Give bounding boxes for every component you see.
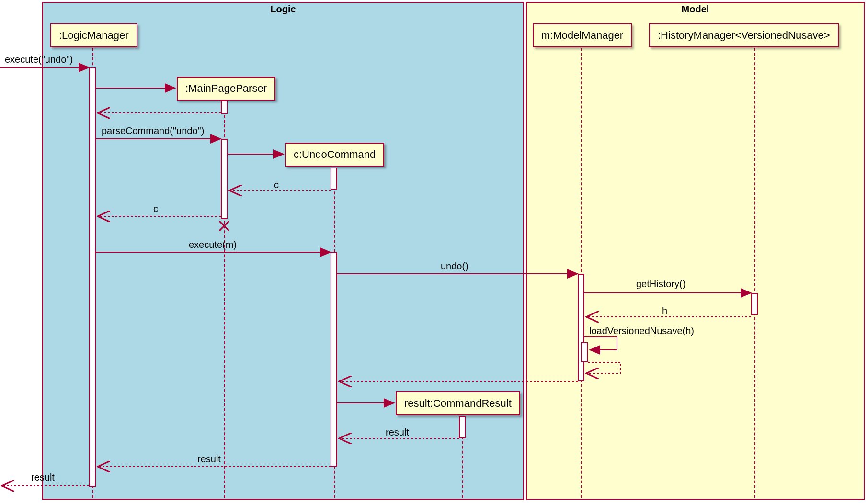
msg-undo: undo(): [441, 261, 468, 272]
activation-mainpageparser-1: [221, 101, 228, 114]
destroy-icon: [217, 219, 231, 233]
msg-load-versioned: loadVersionedNusave(h): [589, 325, 694, 336]
msg-result-2: result: [197, 454, 221, 465]
participant-commandresult: result:CommandResult: [396, 391, 520, 415]
activation-modelmanager: [578, 274, 584, 381]
msg-get-history: getHistory(): [636, 279, 685, 290]
lifeline-modelmanager: [581, 48, 582, 498]
activation-mainpageparser-2: [221, 139, 228, 219]
msg-result-3: result: [31, 472, 55, 483]
lifeline-historymanager: [754, 48, 755, 498]
msg-c-return2: c: [153, 203, 158, 214]
frame-model: Model: [526, 2, 865, 500]
activation-undocommand-2: [331, 252, 337, 467]
activation-undocommand-1: [331, 168, 337, 190]
frame-logic: Logic: [42, 2, 524, 500]
msg-h-return: h: [662, 305, 667, 316]
activation-historymanager: [751, 293, 758, 315]
participant-undocommand: c:UndoCommand: [285, 143, 384, 167]
msg-parse-command: parseCommand("undo"): [102, 125, 204, 136]
msg-c-return1: c: [274, 179, 279, 190]
frame-model-label: Model: [677, 3, 714, 16]
activation-modelmanager-self: [581, 342, 588, 362]
msg-result-1: result: [386, 427, 409, 438]
msg-execute-m: execute(m): [189, 239, 237, 250]
msg-execute-undo: execute("undo"): [5, 54, 73, 65]
frame-logic-label: Logic: [265, 3, 300, 16]
participant-logicmanager: :LogicManager: [50, 23, 137, 47]
participant-historymanager: :HistoryManager<VersionedNusave>: [649, 23, 839, 47]
activation-logicmanager: [89, 67, 96, 487]
participant-mainpageparser: :MainPageParser: [177, 77, 275, 101]
activation-commandresult: [459, 416, 466, 438]
participant-modelmanager: m:ModelManager: [533, 23, 632, 47]
